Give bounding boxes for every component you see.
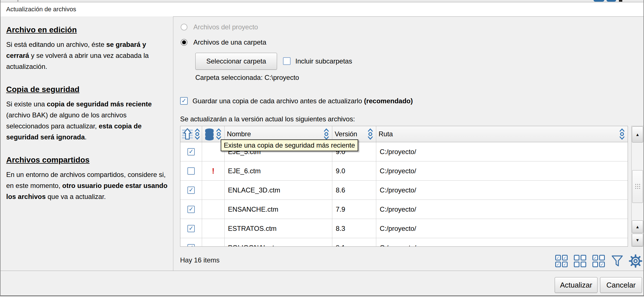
file-name-cell: EJE_6.ctm: [225, 161, 333, 180]
select-folder-button[interactable]: Seleccionar carpeta: [195, 53, 277, 70]
include-subfolders-checkbox[interactable]: [283, 57, 291, 65]
file-name-cell: ENSANCHE.ctm: [225, 200, 333, 219]
filter-icon[interactable]: [611, 255, 623, 268]
unchecked-box-glyph: [581, 255, 586, 260]
help-heading-backup: Copia de seguridad: [6, 85, 168, 94]
row-checkbox[interactable]: [187, 206, 195, 213]
unchecked-box-glyph: [581, 262, 586, 267]
include-subfolders-label: Incluir subcarpetas: [295, 57, 352, 65]
radio-folder-files[interactable]: [181, 39, 187, 46]
update-button[interactable]: Actualizar: [555, 277, 597, 293]
unchecked-box-glyph: [592, 262, 598, 267]
background-fragment: [619, 0, 622, 2]
settings-icon[interactable]: [628, 254, 643, 268]
column-header-path[interactable]: Ruta: [376, 126, 628, 142]
radio-folder-files-label: Archivos de una carpeta: [193, 38, 266, 46]
arrow-up-icon: ▲: [636, 224, 640, 229]
help-panel: Archivo en edición Si está editando un a…: [1, 16, 173, 271]
scroll-step-up-button[interactable]: ▲: [632, 220, 643, 233]
row-checkbox[interactable]: [187, 148, 195, 155]
backup-copy-checkbox[interactable]: [180, 97, 188, 105]
help-text-editing: Si está editando un archivo, éste se gra…: [6, 39, 168, 72]
background-logo-fragment: [607, 0, 616, 2]
sort-indicator-icon[interactable]: [619, 128, 625, 141]
unchecked-box-glyph: [599, 255, 605, 260]
checked-box-glyph: [555, 262, 561, 267]
checked-box-glyph: [562, 255, 568, 260]
file-version-cell: 8.6: [332, 181, 376, 200]
row-checkbox[interactable]: [187, 167, 195, 175]
file-version-cell: 7.9: [332, 200, 376, 219]
sort-indicator-icon[interactable]: [194, 128, 201, 141]
file-path-cell: C:/proyecto/: [376, 200, 628, 219]
radio-project-files[interactable]: [181, 24, 187, 30]
row-checkbox[interactable]: [187, 225, 195, 232]
table-row[interactable]: !EJE_6.ctm9.0C:/proyecto/: [180, 161, 628, 181]
cancel-button[interactable]: Cancelar: [600, 277, 642, 293]
radio-project-files-label: Archivos del proyecto: [193, 23, 258, 31]
arrow-up-icon: ▲: [636, 132, 640, 137]
items-count: Hay 16 items: [180, 256, 220, 264]
unchecked-box-glyph: [574, 255, 579, 260]
file-name-cell: ENLACE_3D.ctm: [225, 181, 333, 200]
help-text-backup: Si existe una copia de seguridad más rec…: [6, 98, 168, 143]
help-heading-editing: Archivo en edición: [6, 25, 168, 34]
database-icon: [204, 128, 215, 141]
invert-selection-icon[interactable]: [592, 255, 605, 267]
checked-box-glyph: [592, 255, 598, 260]
checked-box-glyph: [562, 262, 568, 267]
checked-box-glyph: [555, 255, 561, 260]
row-checkbox[interactable]: [187, 187, 195, 194]
table-row[interactable]: POLIGONAL.ctm8.1C:/proyecto/: [180, 238, 628, 247]
dialog-titlebar: Actualización de archivos: [1, 2, 643, 17]
scrollbar-thumb[interactable]: [632, 170, 643, 203]
file-path-cell: C:/proyecto/: [376, 142, 628, 161]
scroll-up-button[interactable]: ▲: [632, 126, 643, 143]
background-logo-fragment: [594, 0, 604, 2]
table-body: EJE_5.ctm9.0C:/proyecto/!EJE_6.ctm9.0C:/…: [180, 142, 628, 247]
background-fragment: [17, 0, 18, 2]
file-path-cell: C:/proyecto/: [376, 219, 628, 238]
checked-box-glyph: [599, 262, 605, 267]
background-window-edge: [1, 0, 643, 2]
column-header-path-label: Ruta: [379, 130, 619, 138]
selected-folder-text: Carpeta seleccionada: C:\proyecto: [195, 74, 299, 82]
column-header-selected[interactable]: [180, 126, 202, 142]
scrollbar-grip-icon: [635, 183, 640, 190]
column-header-version-label: Versión: [335, 130, 367, 138]
dialog-title: Actualización de archivos: [6, 6, 76, 13]
table-caption: Se actualizarán a la versión actual los …: [180, 115, 355, 123]
help-text-shared: En un entorno de archivos compartidos, c…: [6, 169, 168, 202]
sort-indicator-icon[interactable]: [367, 128, 374, 141]
arrow-down-icon: ▼: [636, 238, 640, 242]
select-none-icon[interactable]: [574, 255, 586, 267]
backup-tooltip: Existe una copia de seguridad más recien…: [221, 139, 358, 151]
select-all-icon[interactable]: [555, 255, 568, 267]
table-row[interactable]: ENLACE_3D.ctm8.6C:/proyecto/: [180, 181, 628, 200]
scroll-step-down-button[interactable]: ▼: [632, 234, 643, 246]
backup-copy-label: Guardar una copia de cada archivo antes …: [192, 97, 413, 105]
warning-icon: !: [212, 166, 214, 176]
unchecked-box-glyph: [574, 262, 579, 267]
file-version-cell: 8.1: [332, 238, 376, 247]
row-checkbox[interactable]: [187, 244, 195, 247]
selection-toolbar: [555, 254, 643, 268]
sort-indicator-icon[interactable]: [215, 128, 222, 141]
table-scrollbar[interactable]: ▲ ▲ ▼: [631, 126, 644, 247]
file-path-cell: C:/proyecto/: [376, 181, 628, 200]
file-path-cell: C:/proyecto/: [376, 238, 628, 247]
file-version-cell: 8.3: [332, 219, 376, 238]
file-version-cell: 9.0: [332, 161, 376, 180]
file-path-cell: C:/proyecto/: [376, 161, 628, 180]
dialog-footer: Actualizar Cancelar: [1, 271, 643, 296]
table-row[interactable]: ENSANCHE.ctm7.9C:/proyecto/: [180, 200, 628, 219]
sort-indicator-icon[interactable]: [323, 128, 330, 141]
update-files-icon: [182, 128, 193, 140]
file-update-dialog: Actualización de archivos Archivo en edi…: [0, 0, 644, 296]
file-name-cell: ESTRATOS.ctm: [225, 219, 333, 238]
help-heading-shared: Archivos compartidos: [6, 155, 168, 165]
table-row[interactable]: ESTRATOS.ctm8.3C:/proyecto/: [180, 219, 628, 238]
file-name-cell: POLIGONAL.ctm: [225, 238, 333, 247]
column-header-name-label: Nombre: [227, 130, 323, 138]
